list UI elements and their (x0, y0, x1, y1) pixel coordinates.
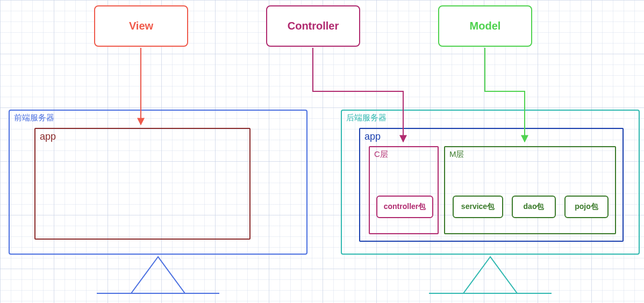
pojo-package: pojo包 (564, 196, 609, 218)
controller-package: controller包 (376, 196, 433, 218)
view-box: View (94, 5, 188, 47)
controller-box: Controller (266, 5, 360, 47)
frontend-server: 前端服务器 app (9, 110, 307, 255)
service-package: service包 (453, 196, 503, 218)
controller-label: Controller (288, 20, 339, 32)
service-package-label: service包 (461, 202, 495, 212)
backend-server: 后端服务器 app C层 controller包 M层 service包 dao… (341, 110, 640, 255)
c-layer-label: C层 (374, 149, 388, 160)
backend-app: app C层 controller包 M层 service包 dao包 pojo… (359, 128, 624, 242)
c-layer: C层 controller包 (369, 146, 439, 234)
model-box: Model (438, 5, 532, 47)
backend-server-label: 后端服务器 (346, 113, 387, 123)
view-label: View (129, 20, 153, 32)
dao-package: dao包 (512, 196, 556, 218)
backend-app-label: app (364, 131, 381, 142)
backend-stand (463, 257, 517, 293)
pojo-package-label: pojo包 (575, 202, 598, 212)
frontend-app: app (34, 128, 251, 240)
m-layer: M层 service包 dao包 pojo包 (444, 146, 616, 234)
m-layer-label: M层 (449, 149, 464, 160)
frontend-server-label: 前端服务器 (14, 113, 54, 123)
model-label: Model (470, 20, 501, 32)
controller-package-label: controller包 (384, 202, 426, 212)
dao-package-label: dao包 (524, 202, 545, 212)
frontend-stand (131, 257, 185, 293)
frontend-app-label: app (40, 131, 56, 142)
